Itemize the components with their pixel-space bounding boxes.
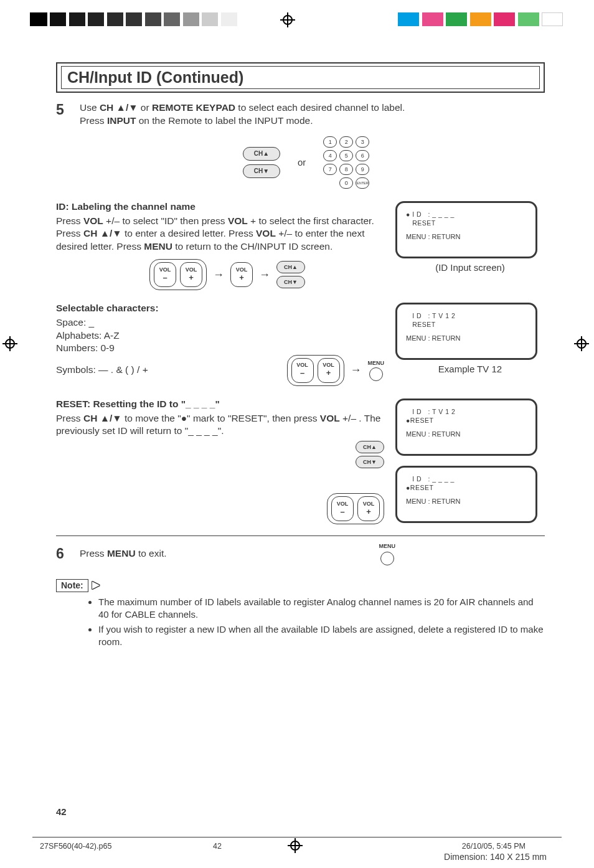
key-enter: ENTER bbox=[356, 177, 369, 189]
vol-plus-button: VOL+ bbox=[318, 358, 340, 383]
text-bold: REMOTE KEYPAD bbox=[152, 102, 235, 113]
screen-line: RESET bbox=[406, 321, 527, 328]
page-number: 42 bbox=[56, 806, 67, 817]
screen-caption: (ID Input screen) bbox=[395, 262, 545, 273]
screen-line: I D : T V 1 2 bbox=[406, 312, 527, 319]
arrow-icon: → bbox=[259, 268, 270, 281]
reset-screen-1: I D : T V 1 2 ●RESET MENU : RETURN bbox=[395, 399, 537, 456]
text: to exit. bbox=[136, 548, 167, 559]
text-bold: CH ▲/▼ bbox=[100, 102, 138, 113]
key-4: 4 bbox=[323, 150, 337, 161]
vol-plus-button: VOL+ bbox=[180, 262, 202, 287]
screen-line: ●RESET bbox=[406, 484, 527, 491]
key-5: 5 bbox=[339, 150, 353, 161]
section-title: CH/Input ID (Continued) bbox=[56, 62, 545, 93]
arrow-icon: → bbox=[213, 268, 224, 281]
menu-button: MENU bbox=[379, 542, 396, 565]
key-1: 1 bbox=[323, 136, 337, 148]
key-2: 2 bbox=[339, 136, 353, 148]
sel-num: Numbers: 0-9 bbox=[56, 342, 384, 354]
screen-line: ●RESET bbox=[406, 417, 527, 424]
text-bold: INPUT bbox=[107, 115, 136, 126]
ch-down-button: CH▼ bbox=[276, 276, 305, 288]
text: on the Remote to label the INPUT mode. bbox=[136, 115, 313, 126]
note-item: The maximum number of ID labels availabl… bbox=[98, 596, 545, 621]
register-mark-left bbox=[2, 336, 20, 354]
text: Press bbox=[80, 115, 107, 126]
footer-date: 26/10/05, 5:45 PM bbox=[462, 842, 526, 851]
arrow-icon: → bbox=[351, 364, 362, 377]
key-3: 3 bbox=[356, 136, 369, 148]
vol-group: VOL– VOL+ bbox=[327, 493, 384, 524]
vol-plus-button: VOL+ bbox=[230, 262, 253, 287]
ch-down-button: CH▼ bbox=[243, 164, 280, 178]
footer: 27SF560(40-42).p65 42 26/10/05, 5:45 PM … bbox=[0, 829, 594, 861]
key-0: 0 bbox=[339, 177, 353, 189]
screen-line: MENU : RETURN bbox=[406, 233, 527, 240]
key-8: 8 bbox=[339, 164, 353, 175]
screen-line: MENU : RETURN bbox=[406, 498, 527, 505]
sel-space: Space: _ bbox=[56, 316, 384, 329]
footer-page: 42 bbox=[213, 842, 222, 851]
id-labeling-text: Press VOL +/– to select "ID" then press … bbox=[56, 215, 384, 253]
text-bold: MENU bbox=[107, 548, 136, 559]
vol-minus-button: VOL– bbox=[291, 358, 314, 383]
screen-line: MENU : RETURN bbox=[406, 430, 527, 438]
step-5-body: Use CH ▲/▼ or REMOTE KEYPAD to select ea… bbox=[80, 101, 545, 128]
screen-line: RESET bbox=[406, 219, 527, 227]
ch-up-button: CH▲ bbox=[276, 261, 305, 273]
reset-heading: RESET: Resetting the ID to "_ _ _ _" bbox=[56, 399, 384, 410]
register-mark-right bbox=[574, 336, 592, 354]
vol-minus-button: VOL– bbox=[331, 496, 354, 521]
registration-strip bbox=[0, 12, 594, 27]
note-arrow-icon bbox=[92, 582, 100, 589]
example-screen: I D : T V 1 2 RESET MENU : RETURN bbox=[395, 303, 537, 360]
id-input-screen: ● I D : _ _ _ _ RESET MENU : RETURN bbox=[395, 201, 537, 258]
key-9: 9 bbox=[356, 164, 369, 175]
reset-text: Press CH ▲/▼ to move the "●" mark to "RE… bbox=[56, 412, 384, 438]
key-6: 6 bbox=[356, 150, 369, 161]
step-number-5: 5 bbox=[56, 101, 71, 128]
ch-down-button: CH▼ bbox=[356, 456, 384, 468]
screen-line: I D : T V 1 2 bbox=[406, 408, 527, 415]
text: Use bbox=[80, 102, 100, 113]
footer-dimension: Dimension: 140 X 215 mm bbox=[444, 852, 547, 862]
text: Press bbox=[80, 548, 107, 559]
ch-up-button: CH▲ bbox=[356, 441, 384, 453]
sel-sym: Symbols: — . & ( ) / + bbox=[56, 364, 281, 376]
vol-minus-button: VOL– bbox=[154, 262, 176, 287]
footer-filename: 27SF560(40-42).p65 bbox=[40, 842, 111, 851]
reset-screen-2: I D : _ _ _ _ ●RESET MENU : RETURN bbox=[395, 466, 537, 523]
register-mark-icon bbox=[280, 12, 295, 27]
id-labeling-heading: ID: Labeling the channel name bbox=[56, 201, 384, 212]
ch-up-button: CH▲ bbox=[243, 147, 280, 161]
text: or bbox=[138, 102, 152, 113]
screen-line: MENU : RETURN bbox=[406, 334, 527, 342]
vol-group: VOL– VOL+ bbox=[287, 355, 344, 386]
notes-list: The maximum number of ID labels availabl… bbox=[88, 596, 545, 649]
text: to select each desired channel to label. bbox=[235, 102, 405, 113]
selectable-heading: Selectable characters: bbox=[56, 303, 384, 314]
note-label: Note: bbox=[56, 579, 88, 592]
key-7: 7 bbox=[323, 164, 337, 175]
note-item: If you wish to register a new ID when al… bbox=[98, 623, 545, 649]
screen-line: ● I D : _ _ _ _ bbox=[406, 210, 527, 218]
vol-group: VOL– VOL+ bbox=[149, 259, 207, 290]
sel-alpha: Alphabets: A-Z bbox=[56, 329, 384, 342]
register-mark-icon bbox=[288, 838, 303, 853]
screen-caption: Example TV 12 bbox=[395, 364, 545, 374]
menu-button: MENU bbox=[368, 360, 385, 381]
vol-plus-button: VOL+ bbox=[357, 496, 380, 521]
step-number-6: 6 bbox=[56, 545, 71, 562]
remote-keypad: 1 2 3 4 5 6 7 8 9 0 ENTER bbox=[323, 136, 369, 189]
or-label: or bbox=[298, 157, 306, 167]
section-title-text: CH/Input ID (Continued) bbox=[64, 67, 537, 88]
screen-line: I D : _ _ _ _ bbox=[406, 475, 527, 483]
